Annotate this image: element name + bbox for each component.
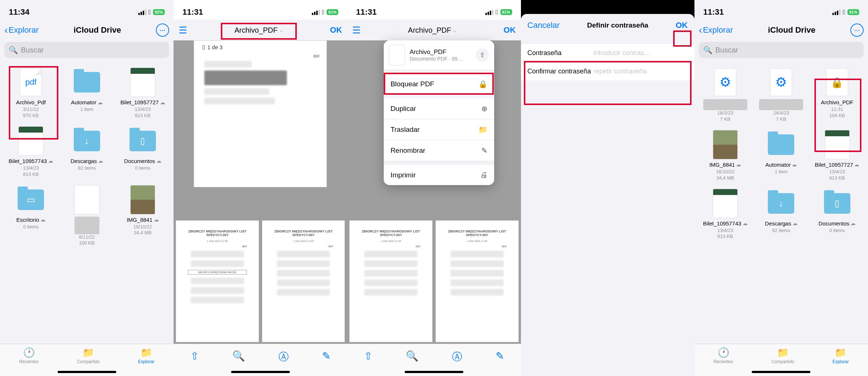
wifi-icon: 􀙇 xyxy=(496,8,498,16)
title-dropdown[interactable]: Archivo_PDF⌵ xyxy=(234,26,283,35)
duplicate-icon: ⊕ xyxy=(481,104,488,113)
cloud-icon: ☁︎ xyxy=(736,162,741,168)
share-button[interactable]: ⇧ xyxy=(476,48,489,62)
ok-button[interactable]: OK xyxy=(676,21,688,30)
share-icon[interactable]: ⇧ xyxy=(364,350,372,362)
file-item[interactable]: IMG_8841☁︎16/10/2234,4 MB xyxy=(115,183,171,249)
cancel-button[interactable]: Cancelar xyxy=(528,21,560,30)
file-item[interactable]: Bilet_10957727☁︎13/4/23813 KB xyxy=(115,65,171,121)
file-item[interactable]: Bilet_10957743☁︎13/4/23813 KB xyxy=(3,124,59,180)
file-date: 24/4/23 xyxy=(773,110,789,116)
thumbnail-gray xyxy=(74,217,99,234)
status-bar: 11:31 􀙇 81% xyxy=(174,0,347,20)
lock-icon: 🔒 xyxy=(478,80,488,88)
share-icon[interactable]: ⇧ xyxy=(190,350,199,362)
password-row: Contraseña introducir contras… xyxy=(521,44,694,62)
search-input[interactable]: 🔍Buscar xyxy=(4,42,169,58)
menu-rename[interactable]: Renombrar✎ xyxy=(384,140,494,161)
status-time: 11:31 xyxy=(703,7,724,17)
home-indicator[interactable] xyxy=(405,371,463,373)
file-name: Bilet_10957743☁︎ xyxy=(703,220,747,227)
file-name: Documentos☁︎ xyxy=(124,158,161,164)
doc-viewport[interactable]: ▯1 de 3 dpd ZBIORCZY MIĘDZYNARODOWY LIST… xyxy=(174,40,347,344)
status-time: 11:31 xyxy=(356,7,376,17)
modal-title: Definir contraseña xyxy=(587,21,648,29)
title-dropdown[interactable]: Archivo_PDF⌵ xyxy=(408,26,456,35)
thumbnail-icon xyxy=(713,130,738,159)
file-item[interactable]: ↓Descargas☁︎82 items xyxy=(59,124,114,180)
doc-section: MIEJSCE DORĘCZENIA PACZKI xyxy=(188,270,247,275)
cloud-icon: ☁︎ xyxy=(792,162,797,168)
file-item[interactable]: ⚙24/4/237 KB xyxy=(753,65,809,125)
wifi-icon: 􀙇 xyxy=(322,8,325,16)
file-item[interactable]: Automator☁︎1 item xyxy=(59,65,114,121)
confirm-input[interactable]: repetir contraseña xyxy=(594,68,688,75)
ok-button[interactable]: OK xyxy=(504,25,516,35)
status-time: 11:34 xyxy=(9,7,29,17)
file-item[interactable]: ▯Documentos☁︎0 items xyxy=(115,124,171,180)
folder-icon: ▭ xyxy=(18,189,44,210)
file-date: 8/11/22 xyxy=(79,234,95,241)
file-item[interactable]: IMG_8841☁︎16/10/2234,4 MB xyxy=(697,128,753,184)
status-bar: 11:34 􀙇 82% xyxy=(0,0,174,20)
edit-icon[interactable]: ✎ xyxy=(496,350,504,362)
ok-button[interactable]: OK xyxy=(330,25,342,35)
list-icon[interactable]: ☰ xyxy=(352,25,361,36)
file-date: 3/11/22 xyxy=(23,106,39,113)
file-item[interactable]: pdfArchivo_Pdf3/11/22970 KB xyxy=(3,65,59,121)
doc-heading: ZBIORCZY MIĘDZYNARODOWY LIST SPEDYCYJNY xyxy=(361,229,420,237)
pdf-page-2[interactable]: ZBIORCZY MIĘDZYNARODOWY LIST SPEDYCYJNY … xyxy=(176,220,259,342)
search-icon[interactable]: 🔍 xyxy=(232,350,245,362)
password-input[interactable]: introducir contras… xyxy=(594,49,688,57)
more-button[interactable]: ⋯ xyxy=(156,24,169,37)
tab-recent[interactable]: 🕐Recientes xyxy=(714,347,733,376)
file-item[interactable]: 8/11/22100 KB xyxy=(59,183,114,249)
search-input[interactable]: 🔍Buscar xyxy=(699,42,864,58)
back-button[interactable]: ‹Explorar xyxy=(699,24,733,36)
back-button[interactable]: ‹Explorar xyxy=(4,24,39,36)
file-item[interactable]: Bilet_10957743☁︎13/4/23813 KB xyxy=(697,187,753,242)
menu-duplicate[interactable]: Duplicar⊕ xyxy=(384,98,494,119)
tab-label: Compartido xyxy=(772,359,794,364)
pdf-page-2: ZBIORCZY MIĘDZYNARODOWY LIST SPEDYCYJNY … xyxy=(349,220,433,342)
file-item[interactable]: ⚙18/3/237 KB xyxy=(697,65,753,125)
home-indicator[interactable] xyxy=(231,371,290,373)
download-icon: ↓ xyxy=(85,136,89,146)
list-icon[interactable]: ☰ xyxy=(179,25,187,36)
file-item[interactable]: 🔒Archivo_PDF11:31104 KB xyxy=(809,65,865,125)
tab-browse[interactable]: 📁Explorar xyxy=(138,347,154,376)
nav-title: iCloud Drive xyxy=(73,25,121,35)
status-icons: 􀙇 81% xyxy=(832,8,859,16)
status-bar: 11:31 􀙇 81% xyxy=(694,0,868,20)
pdf-page-3[interactable]: ZBIORCZY MIĘDZYNARODOWY LIST SPEDYCYJNY … xyxy=(262,220,345,342)
file-item[interactable]: Automator☁︎1 item xyxy=(753,128,809,184)
file-size: 7 KB xyxy=(776,116,786,123)
markup-icon[interactable]: Ⓐ xyxy=(452,350,462,364)
file-item[interactable]: Bilet_10957727☁︎13/4/23813 KB xyxy=(809,128,865,184)
more-button[interactable]: ⋯ xyxy=(850,24,864,37)
search-icon[interactable]: 🔍 xyxy=(406,350,419,362)
file-item[interactable]: ▭Escritorio☁︎0 items xyxy=(3,183,59,249)
menu-lock-pdf[interactable]: Bloquear PDF🔒 xyxy=(384,74,494,95)
signal-icon xyxy=(138,10,146,15)
doc-nav: ☰ Archivo_PDF⌵ OK xyxy=(174,20,347,40)
file-size: 100 KB xyxy=(79,240,95,246)
menu-move[interactable]: Trasladar📁 xyxy=(384,119,494,140)
file-item[interactable]: ↓Descargas☁︎82 items xyxy=(753,187,809,242)
tab-browse[interactable]: 📁Explorar xyxy=(832,347,849,376)
file-name: Archivo_PDF xyxy=(821,99,853,106)
file-item[interactable]: ▯Documentos☁︎0 items xyxy=(809,187,865,242)
menu-print[interactable]: Imprimir🖨 xyxy=(384,165,494,185)
status-icons: 􀙇 81% xyxy=(485,8,512,16)
edit-icon[interactable]: ✎ xyxy=(322,350,331,362)
home-indicator[interactable] xyxy=(752,371,810,373)
page-counter: ▯1 de 3 xyxy=(198,42,226,52)
home-indicator[interactable] xyxy=(58,371,116,373)
pdf-page-3: ZBIORCZY MIĘDZYNARODOWY LIST SPEDYCYJNY … xyxy=(435,220,519,342)
folder-icon: ▯ xyxy=(130,131,156,151)
tab-recent[interactable]: 🕐Recientes xyxy=(19,347,39,376)
file-meta: 0 items xyxy=(829,228,845,234)
file-name: IMG_8841☁︎ xyxy=(709,162,741,168)
nav-bar: ‹Explorar iCloud Drive ⋯ xyxy=(0,20,174,40)
markup-icon[interactable]: Ⓐ xyxy=(278,350,289,364)
